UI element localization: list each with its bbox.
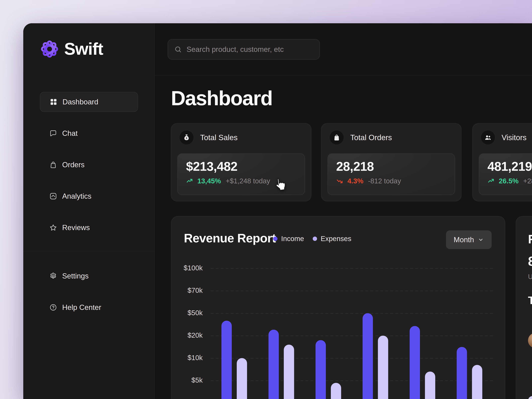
bar-income-2 [268, 330, 279, 399]
grid-icon [50, 98, 57, 106]
bar-expenses-6 [472, 365, 482, 399]
app-window: Swift Dashboard Chat [23, 23, 532, 399]
sidebar-item-help-center[interactable]: Help Center [40, 298, 138, 317]
bar-income-4 [363, 313, 373, 399]
gridline [211, 313, 494, 314]
bar-income-1 [222, 321, 232, 399]
sidebar-item-settings[interactable]: Settings [40, 266, 138, 286]
trend-up-icon [488, 177, 495, 185]
sidebar: Swift Dashboard Chat [23, 23, 155, 399]
main-area: Dashboard $ Total Sales $213,482 13,45% [155, 23, 532, 399]
y-axis-tick-label: $50k [171, 309, 203, 317]
nav-label: Settings [62, 272, 89, 280]
nav-label: Dashboard [63, 98, 98, 106]
shopping-bag-icon [49, 161, 57, 169]
trend-note: +28 [523, 177, 532, 185]
sidebar-item-analytics[interactable]: Analytics [40, 186, 138, 206]
revenue-bar-chart: $100k$70k$50k$20k$10k$5k [171, 216, 505, 399]
bar-expenses-4 [378, 336, 388, 399]
stat-value: 28,218 [336, 159, 446, 173]
nav-label: Analytics [62, 192, 91, 200]
people-icon [481, 131, 495, 145]
sidebar-item-chat[interactable]: Chat [40, 123, 138, 143]
search-input[interactable] [186, 45, 313, 54]
nav-label: Orders [62, 161, 84, 169]
search-icon [174, 45, 182, 53]
stat-card-header: $ Total Sales [180, 131, 238, 145]
stat-value-card: 28,218 4.3% -812 today [328, 153, 455, 195]
analytics-icon [49, 192, 57, 200]
gridline [211, 358, 494, 358]
brand-logo: Swift [40, 39, 103, 59]
sidebar-nav: Dashboard Chat Orders [40, 92, 138, 249]
stat-trend-row: 26.5% +28 [488, 177, 532, 185]
bar-expenses-2 [284, 345, 294, 399]
gridline [211, 380, 494, 381]
stat-value: $213,482 [186, 159, 296, 173]
trend-note: +$1,248 today [226, 177, 270, 185]
svg-text:$: $ [186, 137, 187, 139]
tote-bag-icon [330, 131, 344, 145]
clipped-panel-value: 8 [528, 254, 532, 269]
y-axis-tick-label: $20k [171, 331, 203, 339]
gear-icon [49, 272, 57, 280]
bar-expenses-3 [331, 383, 341, 399]
page-title: Dashboard [171, 88, 272, 108]
stat-card-total-orders[interactable]: Total Orders 28,218 4.3% -812 today [321, 123, 462, 201]
nav-label: Chat [62, 129, 78, 138]
y-axis-tick-label: $70k [171, 286, 203, 294]
y-axis-tick-label: $10k [171, 354, 203, 362]
bar-income-3 [316, 340, 326, 399]
stat-card-header: Visitors [481, 131, 526, 145]
bar-expenses-5 [425, 372, 435, 399]
search-bar[interactable] [168, 39, 320, 60]
stat-trend-row: 4.3% -812 today [336, 177, 446, 185]
star-icon [49, 224, 57, 232]
header-divider [155, 75, 532, 76]
gridline [211, 291, 494, 291]
trend-percentage: 4.3% [348, 177, 363, 185]
bar-income-6 [457, 347, 467, 399]
chat-bubble-icon [49, 129, 57, 137]
y-axis-tick-label: $5k [171, 376, 203, 384]
sidebar-item-reviews[interactable]: Reviews [40, 218, 138, 238]
help-circle-icon [49, 304, 57, 311]
sidebar-secondary-nav: Settings Help Center [40, 266, 138, 329]
revenue-report-panel: Revenue Report Income Expenses Month $10… [171, 216, 505, 399]
trend-percentage: 26.5% [499, 177, 519, 185]
sidebar-item-orders[interactable]: Orders [40, 155, 138, 175]
stat-value: 481,219 [488, 159, 532, 173]
stat-card-total-sales[interactable]: $ Total Sales $213,482 13,45% +$1,248 to… [171, 123, 311, 201]
hand-pointer-cursor [272, 176, 288, 194]
avatar [528, 333, 532, 348]
clipped-panel-section-title: T [528, 294, 532, 307]
trend-up-icon [186, 177, 194, 185]
brand-name: Swift [64, 39, 103, 59]
stat-value-card: 481,219 26.5% +28 [479, 153, 532, 195]
y-axis-tick-label: $100k [171, 264, 203, 272]
sidebar-divider [23, 251, 155, 251]
clipped-panel-subtitle: U [528, 273, 532, 280]
clipped-panel-thumbnail [528, 396, 532, 399]
desktop-background: Swift Dashboard Chat [0, 0, 532, 399]
trend-down-icon [336, 177, 344, 185]
stat-label: Visitors [502, 133, 526, 142]
gridline [211, 268, 494, 269]
bar-income-5 [410, 326, 420, 399]
nav-label: Reviews [62, 223, 90, 232]
right-side-panel-clipped: R 8 U T [516, 216, 532, 399]
money-bag-icon: $ [180, 131, 194, 145]
bar-expenses-1 [237, 358, 247, 399]
stat-label: Total Sales [200, 133, 238, 142]
trend-note: -812 today [368, 177, 401, 185]
nav-label: Help Center [62, 303, 101, 311]
sidebar-item-dashboard[interactable]: Dashboard [40, 92, 138, 112]
swift-knot-logo-icon [40, 39, 59, 59]
stat-card-header: Total Orders [330, 131, 392, 145]
stat-label: Total Orders [350, 133, 392, 142]
trend-percentage: 13,45% [197, 177, 221, 185]
clipped-panel-title: R [528, 232, 532, 246]
gridline [211, 336, 494, 336]
stat-card-visitors[interactable]: Visitors 481,219 26.5% +28 [472, 123, 532, 201]
